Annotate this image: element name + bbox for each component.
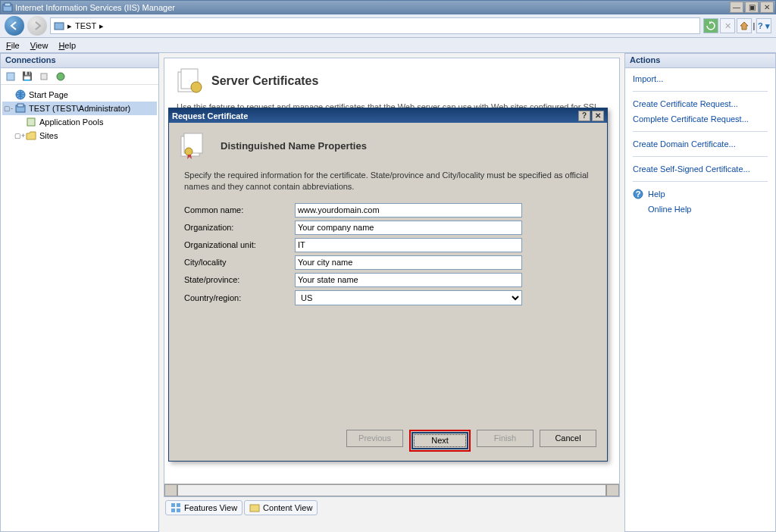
next-button[interactable]: Next (411, 432, 468, 449)
connections-tree: Start Page ▢- TEST (TEST\Administrator) … (1, 85, 158, 531)
common-name-input[interactable] (295, 203, 522, 217)
action-online-help[interactable]: Online Help (633, 203, 768, 215)
close-button[interactable]: ✕ (760, 2, 774, 13)
action-create-selfsigned[interactable]: Create Self-Signed Certificate... (633, 163, 768, 175)
org-unit-label: Organizational unit: (184, 240, 295, 249)
breadcrumb-arrow[interactable]: ▸ (67, 21, 72, 31)
svg-rect-8 (17, 104, 23, 107)
action-help[interactable]: Help (648, 188, 665, 200)
org-unit-input[interactable] (295, 238, 522, 252)
save-icon[interactable]: 💾 (20, 70, 34, 83)
common-name-label: Common name: (184, 205, 295, 214)
maximize-button[interactable]: ▣ (745, 2, 759, 13)
scroll-left-button[interactable] (164, 484, 177, 496)
tree-label: TEST (TEST\Administrator) (29, 104, 130, 113)
app-pools-icon (25, 116, 37, 128)
actions-header: Actions (625, 54, 775, 68)
dialog-title: Request Certificate (172, 111, 248, 120)
breadcrumb-arrow[interactable]: ▸ (99, 21, 104, 31)
svg-rect-19 (177, 509, 180, 512)
tree-label: Application Pools (39, 117, 103, 127)
address-bar[interactable]: ▸ TEST ▸ (50, 17, 700, 34)
tree-label: Start Page (29, 90, 68, 99)
certificate-icon (177, 67, 204, 95)
expand-icon[interactable]: ▢+ (14, 132, 23, 139)
action-import[interactable]: Import... (633, 73, 768, 85)
forward-button (27, 16, 47, 36)
minimize-button[interactable]: — (730, 2, 743, 13)
menu-file[interactable]: File (6, 41, 20, 50)
dialog-titlebar: Request Certificate ? ✕ (169, 108, 607, 123)
country-label: Country/region: (184, 293, 295, 302)
window-title: Internet Information Services (IIS) Mana… (15, 3, 175, 12)
svg-rect-3 (7, 73, 14, 80)
view-tabs: Features View Content View (164, 500, 620, 515)
refresh-button[interactable] (703, 18, 718, 33)
menu-view[interactable]: View (30, 41, 48, 50)
dialog-close-button[interactable]: ✕ (592, 111, 604, 121)
window-titlebar: Internet Information Services (IIS) Mana… (0, 0, 776, 14)
svg-rect-20 (250, 505, 259, 512)
tab-label: Features View (184, 503, 237, 512)
action-create-request[interactable]: Create Certificate Request... (633, 98, 768, 110)
help-icon: ? (633, 189, 643, 199)
action-complete-request[interactable]: Complete Certificate Request... (633, 113, 768, 125)
collapse-icon[interactable]: ▢- (4, 105, 12, 112)
tree-app-pools[interactable]: Application Pools (13, 115, 157, 129)
app-icon (2, 2, 13, 13)
browse-icon[interactable] (54, 70, 67, 83)
connections-toolbar: 💾 (1, 68, 158, 85)
globe-icon (14, 89, 27, 101)
page-title: Server Certificates (211, 74, 318, 88)
state-label: State/province: (184, 275, 295, 284)
menu-bar: File View Help (0, 38, 776, 53)
organization-input[interactable] (295, 221, 522, 235)
city-input[interactable] (295, 255, 522, 270)
svg-rect-9 (27, 118, 35, 126)
tree-sites[interactable]: ▢+ Sites (13, 129, 157, 142)
help-dropdown-button[interactable]: ? ▾ (756, 18, 771, 33)
scroll-right-button[interactable] (606, 484, 619, 496)
svg-rect-17 (177, 503, 180, 507)
features-view-tab[interactable]: Features View (165, 500, 242, 515)
refresh-conn-icon[interactable] (37, 70, 51, 83)
server-icon (54, 20, 64, 31)
navigation-bar: ▸ TEST ▸ ✕ | ? ▾ (0, 14, 776, 38)
feature-page: Server Certificates Use this feature to … (164, 58, 620, 497)
folder-icon (25, 130, 37, 142)
home-button[interactable] (737, 18, 752, 33)
city-label: City/locality (184, 258, 295, 267)
center-pane: Server Certificates Use this feature to … (159, 53, 624, 532)
svg-point-12 (191, 82, 202, 92)
svg-point-15 (185, 148, 192, 155)
divider (633, 91, 768, 92)
divider (633, 156, 768, 157)
menu-help[interactable]: Help (58, 41, 76, 50)
content-view-icon (249, 502, 260, 513)
action-create-domain[interactable]: Create Domain Certificate... (633, 138, 768, 150)
state-input[interactable] (295, 273, 522, 287)
svg-rect-18 (171, 509, 175, 512)
connect-icon[interactable] (4, 70, 17, 83)
server-icon (14, 102, 27, 114)
svg-text:?: ? (636, 189, 641, 199)
tree-start-page[interactable]: Start Page (2, 88, 157, 102)
divider (633, 181, 768, 182)
organization-label: Organization: (184, 223, 295, 232)
certificate-doc-icon (180, 132, 213, 159)
cancel-button[interactable]: Cancel (540, 430, 596, 447)
content-view-tab[interactable]: Content View (244, 500, 318, 515)
tree-server-node[interactable]: ▢- TEST (TEST\Administrator) (2, 102, 157, 115)
breadcrumb-item[interactable]: TEST (75, 21, 96, 30)
next-button-highlight: Next (409, 430, 471, 452)
actions-panel: Actions Import... Create Certificate Req… (624, 53, 776, 532)
back-button[interactable] (5, 16, 24, 36)
tree-label: Sites (39, 131, 58, 140)
svg-rect-2 (55, 23, 64, 30)
stop-button: ✕ (720, 18, 735, 33)
dialog-help-button[interactable]: ? (578, 111, 590, 121)
connections-panel: Connections 💾 Start Page ▢- TEST (TEST\A… (0, 53, 159, 532)
country-select[interactable]: US (295, 290, 522, 305)
horizontal-scrollbar[interactable] (164, 483, 619, 496)
tab-label: Content View (263, 503, 312, 512)
